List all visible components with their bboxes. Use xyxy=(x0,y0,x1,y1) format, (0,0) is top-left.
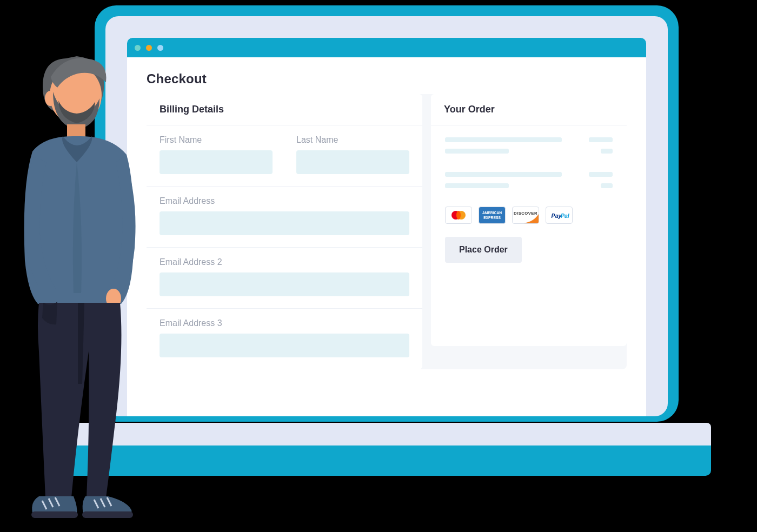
payment-methods: AMERICANEXPRESS DISCOVER PayPal xyxy=(445,207,613,224)
order-title: Your Order xyxy=(431,94,627,125)
svg-text:DISCOVER: DISCOVER xyxy=(514,211,537,216)
svg-text:Pal: Pal xyxy=(561,212,570,219)
order-price-skeleton-icon xyxy=(589,172,613,177)
order-item-skeleton-icon xyxy=(445,149,509,154)
billing-panel: Billing Details First Name Last Name xyxy=(147,94,422,369)
svg-rect-12 xyxy=(31,511,78,518)
email2-label: Email Address 2 xyxy=(160,257,409,267)
page-title: Checkout xyxy=(147,71,627,87)
discover-icon[interactable]: DISCOVER xyxy=(512,207,539,224)
laptop-screen-bezel: Checkout Billing Details First Name xyxy=(105,16,668,416)
window-titlebar xyxy=(127,38,646,57)
billing-email-block: Email Address xyxy=(147,187,422,248)
order-price-skeleton-icon xyxy=(601,149,613,154)
order-price-skeleton-icon xyxy=(589,137,613,142)
checkout-body: Billing Details First Name Last Name xyxy=(147,94,627,369)
laptop-base xyxy=(65,423,711,476)
email3-input[interactable] xyxy=(160,334,409,357)
last-name-label: Last Name xyxy=(296,135,409,145)
billing-email3-block: Email Address 3 xyxy=(147,309,422,369)
billing-email2-block: Email Address 2 xyxy=(147,248,422,309)
paypal-icon[interactable]: PayPal xyxy=(546,207,573,224)
email3-label: Email Address 3 xyxy=(160,318,409,328)
svg-text:AMERICAN: AMERICAN xyxy=(482,211,502,215)
last-name-field-group: Last Name xyxy=(296,135,409,174)
svg-point-2 xyxy=(456,211,461,220)
window-control-maximize-icon[interactable] xyxy=(157,45,163,51)
order-item-skeleton-icon xyxy=(445,183,509,188)
billing-title: Billing Details xyxy=(147,94,422,125)
svg-rect-16 xyxy=(82,511,133,518)
window-control-minimize-icon[interactable] xyxy=(146,45,152,51)
email-input[interactable] xyxy=(160,211,409,235)
order-item-skeleton-icon xyxy=(445,137,562,142)
order-item-skeleton-icon xyxy=(445,172,562,177)
svg-text:EXPRESS: EXPRESS xyxy=(483,216,501,220)
order-price-skeleton-icon xyxy=(601,183,613,188)
order-panel: Your Order xyxy=(431,94,627,369)
place-order-button[interactable]: Place Order xyxy=(445,237,522,263)
laptop-frame: Checkout Billing Details First Name xyxy=(95,5,679,422)
email2-input[interactable] xyxy=(160,272,409,296)
person-illustration-icon xyxy=(13,49,143,526)
first-name-field-group: First Name xyxy=(160,135,273,174)
checkout-page: Checkout Billing Details First Name xyxy=(127,57,646,416)
mastercard-icon[interactable] xyxy=(445,207,472,224)
browser-window: Checkout Billing Details First Name xyxy=(127,38,646,416)
order-line-item xyxy=(445,172,613,188)
first-name-input[interactable] xyxy=(160,150,273,174)
first-name-label: First Name xyxy=(160,135,273,145)
order-line-item xyxy=(445,137,613,154)
billing-name-block: First Name Last Name xyxy=(147,125,422,187)
american-express-icon[interactable]: AMERICANEXPRESS xyxy=(479,207,506,224)
last-name-input[interactable] xyxy=(296,150,409,174)
email-label: Email Address xyxy=(160,196,409,206)
order-body: AMERICANEXPRESS DISCOVER PayPal xyxy=(431,125,627,346)
